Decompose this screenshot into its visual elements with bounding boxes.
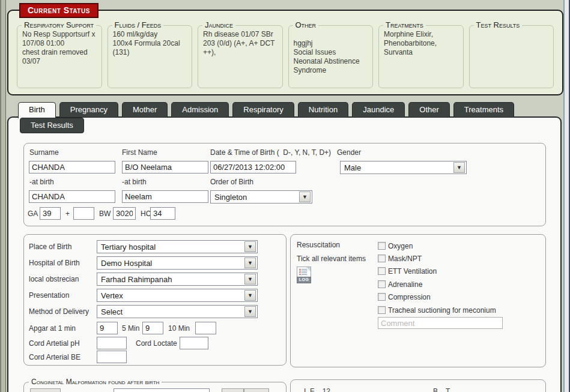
cord-arterial-ph-label: Cord Artetial pH <box>29 339 80 348</box>
tab-pregnancy[interactable]: Pregnancy <box>59 102 118 117</box>
hospital-of-birth-select[interactable]: Demo Hospital▼ <box>97 256 258 270</box>
local-obstrecian-label: local obstrecian <box>29 275 79 283</box>
status-group-title: Other <box>293 20 319 29</box>
status-group-title: Test Results <box>474 20 523 29</box>
chevron-down-icon[interactable]: ▼ <box>244 290 256 301</box>
status-group-text: Rh disease 01/07 SBr 203 (0/d) (A+, A+ D… <box>198 26 282 61</box>
gender-label: Gender <box>337 148 361 157</box>
checkbox-ett-ventilation[interactable] <box>378 267 386 275</box>
status-group-text: 160 ml/kg/day 100x4 Formula 20cal (131) <box>108 26 192 61</box>
surname-at-birth-input[interactable] <box>29 190 115 203</box>
dob-label: Date & Time of Birth ( D-, Y, N, T, D+) <box>210 148 331 157</box>
tab-jaundice[interactable]: Jaundice <box>352 102 405 117</box>
resuscitation-label: Resuscitation <box>297 241 340 249</box>
hospital-of-birth-label: Hospital of Birth <box>29 259 80 267</box>
place-of-birth-select[interactable]: Tertiary hospital▼ <box>97 240 258 253</box>
congenital-input[interactable] <box>114 388 210 392</box>
chevron-down-icon[interactable]: ▼ <box>244 241 256 252</box>
presentation-select[interactable]: Vertex▼ <box>97 289 258 302</box>
tab-bar: Birth Pregnancy Mother Admission Respira… <box>18 102 514 118</box>
hc-input[interactable] <box>150 207 175 220</box>
local-obstrecian-select[interactable]: Farhad Rahimpanah▼ <box>97 273 258 286</box>
tab-nutrition[interactable]: Nutrition <box>298 102 348 117</box>
log-grid-icon <box>299 269 307 276</box>
birth-details-group-box: Place of Birth Tertiary hospital▼ Hospit… <box>23 234 287 366</box>
checkbox-adrenaline[interactable] <box>378 280 386 288</box>
status-group-title: Respiratory Support <box>22 20 96 29</box>
apgar-5min-input[interactable] <box>142 322 163 334</box>
log-icon[interactable]: LOG <box>297 267 311 283</box>
status-group-title: Jaundice <box>202 20 235 29</box>
tab-respiratory[interactable]: Respiratory <box>232 102 294 117</box>
cord-arterial-ph-input[interactable] <box>97 337 127 349</box>
tab-mother[interactable]: Mother <box>122 102 168 117</box>
resuscitation-comment-input[interactable] <box>378 317 503 329</box>
dob-input[interactable] <box>210 161 296 173</box>
first-name-input[interactable] <box>122 161 208 173</box>
chevron-down-icon[interactable]: ▼ <box>244 306 256 317</box>
order-of-birth-select[interactable]: Singleton ▼ <box>210 190 312 204</box>
checkbox-mask-npt[interactable] <box>378 255 386 262</box>
congenital-button[interactable] <box>30 388 61 392</box>
checkbox-compression[interactable] <box>378 293 386 301</box>
ga-plus-label: + <box>65 210 70 218</box>
place-of-birth-label: Place of Birth <box>29 243 71 251</box>
cord-loctate-label: Cord Loctate <box>136 339 177 348</box>
bottom-right-group-box: I F 12 B T <box>290 379 546 392</box>
ga-days-input[interactable] <box>73 207 94 220</box>
congenital-malformation-group-box: Conginetal Malformation found after birt… <box>23 382 287 392</box>
tab-other[interactable]: Other <box>408 102 450 117</box>
checkbox-adrenaline-label: Adrenaline <box>388 280 422 289</box>
checkbox-tracheal-suctioning[interactable] <box>378 306 386 314</box>
congenital-button-2[interactable] <box>222 388 244 392</box>
checkbox-mask-npt-label: Mask/NPT <box>388 255 422 263</box>
chevron-down-icon[interactable]: ▼ <box>453 162 465 173</box>
cord-loctate-input[interactable] <box>180 337 208 349</box>
status-group-jaundice: Jaundice Rh disease 01/07 SBr 203 (0/d) … <box>198 25 283 88</box>
chevron-down-icon[interactable]: ▼ <box>299 191 311 202</box>
apgar-1min-input[interactable] <box>97 322 118 334</box>
status-group-text: Morphine Elixir, Phenobarbitone, Survant… <box>379 26 463 61</box>
checkbox-oxygen[interactable] <box>378 242 386 250</box>
method-of-delivery-value: Select <box>97 307 243 316</box>
tab-admission[interactable]: Admission <box>171 102 229 117</box>
ga-input[interactable] <box>40 207 61 220</box>
ga-label: GA <box>28 210 38 218</box>
tab-test-results[interactable]: Test Results <box>20 118 84 133</box>
checkbox-compression-label: Compression <box>388 293 431 301</box>
tab-birth[interactable]: Birth <box>18 102 56 118</box>
surname-at-birth-label: -at birth <box>29 178 54 186</box>
resuscitation-group-box: Resuscitation Tick all relevant items LO… <box>290 234 546 367</box>
status-group-treatments: Treatments Morphine Elixir, Phenobarbito… <box>378 25 464 88</box>
cord-arterial-be-input[interactable] <box>97 351 127 363</box>
gender-select-value: Male <box>341 163 452 172</box>
window-edge-right <box>563 0 570 392</box>
bw-input[interactable] <box>113 207 136 220</box>
first-name-label: First Name <box>122 148 157 157</box>
chevron-down-icon[interactable]: ▼ <box>244 258 256 268</box>
congenital-button-3[interactable] <box>244 388 269 392</box>
identity-group-box: Surname First Name Date & Time of Birth … <box>23 143 546 226</box>
status-group-title: Fluids / Feeds <box>112 20 164 29</box>
presentation-value: Vertex <box>97 291 243 300</box>
gender-select[interactable]: Male ▼ <box>340 161 467 174</box>
hc-label: HC <box>141 210 151 218</box>
apgar-5min-label: 5 Min <box>122 324 139 333</box>
status-group-other: Other hggjhj Social Issues Neonatal Abst… <box>288 25 374 88</box>
first-name-at-birth-input[interactable] <box>122 190 208 203</box>
chevron-down-icon[interactable]: ▼ <box>244 274 256 285</box>
checkbox-tracheal-suctioning-label: Tracheal suctioning for meconium <box>388 306 496 315</box>
current-status-panel: Current Status Respiratory Support No Re… <box>7 10 563 95</box>
first-name-at-birth-label: -at birth <box>122 178 147 186</box>
place-of-birth-value: Tertiary hospital <box>97 243 243 252</box>
apgar-10min-label: 10 Min <box>168 324 190 333</box>
congenital-malformation-legend: Conginetal Malformation found after birt… <box>29 378 162 386</box>
order-of-birth-label: Order of Birth <box>210 178 253 186</box>
method-of-delivery-select[interactable]: Select▼ <box>97 305 258 318</box>
apgar-10min-input[interactable] <box>195 322 216 334</box>
tab-treatments[interactable]: Treatments <box>453 102 514 117</box>
surname-input[interactable] <box>29 161 115 173</box>
status-group-test-results: Test Results <box>469 25 554 88</box>
cord-arterial-be-label: Cord Arterial BE <box>29 353 80 361</box>
bw-label: BW <box>99 210 111 218</box>
